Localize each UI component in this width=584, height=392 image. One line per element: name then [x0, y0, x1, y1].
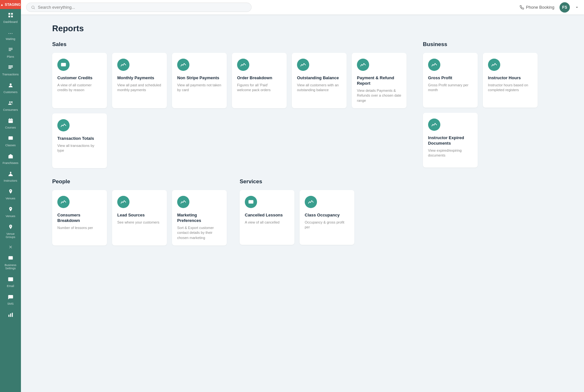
venue-groups-icon	[8, 224, 14, 232]
svg-point-21	[32, 6, 34, 8]
staging-badge[interactable]: ▲ STAGING	[0, 0, 21, 9]
card-class-occupancy[interactable]: Class Occupancy Occupancy & gross profit…	[300, 190, 354, 245]
svg-point-8	[9, 101, 11, 103]
sidebar-item-classes[interactable]: Classes	[0, 132, 21, 150]
gross-profit-title: Gross Profit	[428, 75, 473, 81]
people-section: People Consumers Breakdown Number of les…	[52, 178, 227, 245]
phone-booking-label: Phone Booking	[526, 5, 554, 10]
search-bar[interactable]	[26, 3, 252, 12]
svg-rect-13	[8, 136, 13, 140]
sidebar-item-venue-groups[interactable]: Venue Groups	[0, 221, 21, 242]
staging-label: STAGING	[5, 3, 21, 6]
monthly-payments-icon	[117, 59, 129, 71]
sidebar-item-business-settings-label: Business Settings	[1, 263, 20, 270]
sidebar-item-instructors-label: Instructors	[4, 179, 17, 182]
sidebar-close-icon[interactable]: ✕	[6, 242, 15, 252]
class-occupancy-title: Class Occupancy	[305, 213, 349, 218]
svg-rect-5	[8, 67, 13, 67]
people-section-title: People	[52, 178, 227, 185]
payment-refund-title: Payment & Refund Report	[357, 75, 401, 86]
sidebar-item-dashboard[interactable]: Dashboard	[0, 9, 21, 27]
sidebar-item-waiting-label: Waiting	[6, 37, 15, 41]
sidebar-item-customers[interactable]: Customers	[0, 79, 21, 97]
monthly-payments-title: Monthly Payments	[117, 75, 162, 81]
sidebar-item-transactions[interactable]: Transactions	[0, 62, 21, 79]
customer-credits-desc: A view of all customer credits by reason	[57, 83, 102, 93]
payment-refund-desc: View details Payments & Refunds over a c…	[357, 88, 401, 103]
sidebar-item-courses[interactable]: Courses	[0, 115, 21, 132]
card-payment-refund-report[interactable]: Payment & Refund Report View details Pay…	[352, 53, 407, 108]
instructor-hours-desc: Instructor hours based on completed regi…	[488, 83, 532, 93]
sidebar-item-venues2[interactable]: Venues	[0, 203, 21, 221]
sidebar-item-plans[interactable]: Plans	[0, 44, 21, 62]
sidebar-item-classes-label: Classes	[5, 144, 15, 147]
services-cards-grid: Cancelled Lessons A view of all cancelle…	[240, 190, 354, 245]
card-monthly-payments[interactable]: Monthly Payments View all past and sched…	[112, 53, 167, 108]
class-occupancy-desc: Occupancy & gross profit per	[305, 220, 349, 230]
topbar-right: Phone Booking FS	[520, 2, 579, 13]
card-transaction-totals[interactable]: Transaction Totals View all transactions…	[52, 113, 107, 168]
sidebar: ▲ STAGING Dashboard ··· Waiting Plans Tr…	[0, 0, 21, 392]
services-section: Services Cancelled Lessons A view of all…	[240, 178, 354, 245]
avatar-chevron-icon[interactable]	[575, 5, 579, 9]
svg-rect-1	[11, 13, 13, 14]
marketing-preferences-icon	[177, 196, 189, 208]
people-services-row: People Consumers Breakdown Number of les…	[52, 178, 574, 256]
sidebar-item-sms[interactable]: SMS	[0, 291, 21, 309]
phone-booking-button[interactable]: Phone Booking	[520, 5, 554, 10]
sidebar-item-email[interactable]: Email	[0, 273, 21, 291]
sidebar-item-transactions-label: Transactions	[2, 73, 19, 76]
svg-rect-16	[8, 256, 13, 260]
card-customer-credits[interactable]: Customer Credits A view of all customer …	[52, 53, 107, 108]
order-breakdown-title: Order Breakdown	[237, 75, 282, 81]
plans-icon	[8, 47, 14, 54]
phone-icon	[520, 5, 524, 10]
lead-sources-icon	[117, 196, 129, 208]
instructor-expired-docs-desc: View expired/expiring documents	[428, 148, 473, 158]
sidebar-item-franchisees[interactable]: Franchisees	[0, 150, 21, 168]
business-section: Business Gross Profit Gross Profit summa…	[423, 41, 574, 168]
card-gross-profit[interactable]: Gross Profit Gross Profit summary per mo…	[423, 53, 478, 108]
order-breakdown-icon	[237, 59, 249, 71]
card-lead-sources[interactable]: Lead Sources See where your customers	[112, 190, 167, 245]
page-title: Reports	[52, 24, 574, 33]
outstanding-balance-title: Outstanding Balance	[297, 75, 341, 81]
card-non-stripe-payments[interactable]: Non Stripe Payments View all payments no…	[172, 53, 227, 108]
franchisees-icon	[8, 153, 14, 161]
card-cancelled-lessons[interactable]: Cancelled Lessons A view of all cancelle…	[240, 190, 294, 245]
sidebar-item-courses-label: Courses	[5, 126, 16, 129]
search-input[interactable]	[38, 5, 247, 10]
sidebar-item-sms-label: SMS	[7, 302, 14, 305]
consumers-breakdown-desc: Number of lessons per	[57, 225, 102, 230]
sidebar-item-franchisees-label: Franchisees	[3, 161, 18, 165]
sidebar-item-venues[interactable]: Venues	[0, 186, 21, 203]
cancelled-lessons-icon	[245, 196, 257, 208]
svg-rect-3	[11, 16, 13, 17]
instructor-hours-title: Instructor Hours	[488, 75, 532, 81]
card-outstanding-balance[interactable]: Outstanding Balance View all customers w…	[292, 53, 347, 108]
sidebar-item-instructors[interactable]: Instructors	[0, 168, 21, 186]
sidebar-item-consumers[interactable]: Consumers	[0, 97, 21, 115]
payment-refund-icon	[357, 59, 369, 71]
card-marketing-preferences[interactable]: Marketing Preferences Sort & Export cust…	[172, 190, 227, 245]
svg-rect-19	[10, 313, 11, 317]
customer-credits-title: Customer Credits	[57, 75, 102, 81]
card-instructor-expired-docs[interactable]: Instructor Expired Documents View expire…	[423, 113, 478, 167]
user-avatar[interactable]: FS	[560, 2, 570, 13]
svg-rect-2	[8, 16, 10, 17]
transactions-icon	[8, 65, 14, 72]
card-consumers-breakdown[interactable]: Consumers Breakdown Number of lessons pe…	[52, 190, 107, 245]
card-instructor-hours[interactable]: Instructor Hours Instructor hours based …	[483, 53, 538, 108]
sidebar-item-business-settings[interactable]: Business Settings	[0, 252, 21, 273]
card-order-breakdown[interactable]: Order Breakdown Figures for all 'Paid' w…	[232, 53, 287, 108]
svg-rect-22	[61, 63, 66, 66]
sidebar-item-reports[interactable]	[0, 309, 21, 323]
main-content: Reports Sales Customer Credits A view of…	[42, 14, 584, 392]
sidebar-item-email-label: Email	[7, 284, 14, 288]
customers-icon	[8, 82, 14, 90]
consumers-breakdown-title: Consumers Breakdown	[57, 213, 102, 224]
courses-icon	[8, 118, 14, 125]
instructor-expired-docs-icon	[428, 119, 440, 131]
sidebar-item-waiting[interactable]: ··· Waiting	[0, 27, 21, 44]
svg-point-7	[10, 83, 12, 85]
